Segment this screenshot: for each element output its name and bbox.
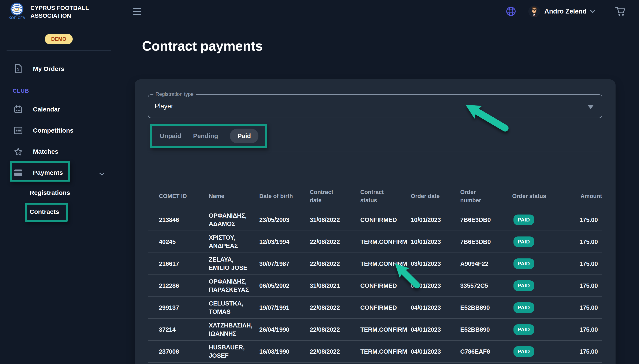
cell-comet-id: 40245 — [159, 238, 209, 245]
sidebar-item-matches[interactable]: Matches — [0, 141, 118, 162]
status-badge: PAID — [513, 302, 534, 313]
status-badge: PAID — [513, 214, 534, 225]
cell-comet-id: 299137 — [159, 304, 209, 311]
sidebar: ΚΟΠ CFA CYPRUS FOOTBALL ASSOCIATION DEMO… — [0, 0, 118, 364]
cell-contract-date: 22/08/2022 — [310, 260, 360, 267]
sidebar-item-contracts[interactable]: Contracts — [0, 202, 118, 221]
status-badge: PAID — [513, 280, 534, 291]
sidebar-item-label: Calendar — [33, 106, 60, 113]
cell-comet-id: 212286 — [159, 282, 209, 289]
cell-order-status: PAID — [512, 302, 563, 313]
app: { "brand": { "org_line1": "CYPRUS FOOTBA… — [0, 0, 639, 364]
cell-order-date: 04/01/2023 — [411, 304, 460, 311]
tab-pending[interactable]: Pending — [193, 132, 218, 140]
sidebar-item-calendar[interactable]: Calendar — [0, 99, 118, 120]
cell-order-number: E52BB890 — [460, 326, 512, 333]
cell-amount: 175.00 — [563, 304, 602, 311]
cell-contract-date: 31/08/2021 — [310, 282, 360, 289]
table-row[interactable]: 237008 HUSBAUER, JOSEF 16/03/1990 22/08/… — [148, 340, 602, 362]
cell-date-of-birth: 23/05/2003 — [259, 216, 310, 224]
cell-contract-status: CONFIRMED — [360, 216, 411, 224]
sidebar-item-label: My Orders — [33, 65, 64, 72]
cell-contract-date: 22/08/2022 — [310, 304, 360, 311]
column-header: Order date — [411, 192, 460, 200]
menu-icon[interactable] — [133, 8, 141, 15]
column-header: Amount — [563, 192, 602, 200]
cell-order-number: E52BB890 — [460, 304, 512, 311]
status-badge: PAID — [513, 236, 534, 247]
sidebar-item-label: Payments — [33, 169, 63, 176]
org-name: CYPRUS FOOTBALL ASSOCIATION — [31, 2, 89, 23]
cell-date-of-birth: 19/07/1991 — [259, 304, 310, 311]
cart-icon[interactable] — [615, 6, 625, 16]
sidebar-item-competitions[interactable]: Competitions — [0, 120, 118, 141]
cell-name: ΧΡΙΣΤΟΥ, ΑΝΔΡΕΑΣ — [209, 234, 258, 250]
cell-order-status: PAID — [512, 258, 563, 269]
page-title: Contract payments — [142, 38, 263, 54]
invoice-icon: $ — [14, 64, 23, 73]
registration-type-label: Registration type — [153, 91, 196, 97]
cell-order-date: 04/01/2023 — [411, 348, 460, 355]
cell-amount: 175.00 — [563, 260, 602, 267]
calendar-icon — [14, 105, 23, 114]
column-header: Name — [209, 192, 259, 200]
competitions-icon — [14, 127, 23, 134]
status-badge: PAID — [513, 346, 534, 357]
select-caret-icon — [587, 105, 594, 109]
cell-contract-status: TERM.CONFIRM — [360, 260, 411, 267]
cell-order-number: A9094F22 — [460, 260, 512, 267]
table-row[interactable]: 40245 ΧΡΙΣΤΟΥ, ΑΝΔΡΕΑΣ 12/03/1994 22/08/… — [148, 230, 602, 252]
column-header: Date of birth — [259, 192, 310, 200]
tab-paid[interactable]: Paid — [230, 128, 258, 143]
cell-comet-id: 237008 — [159, 348, 209, 355]
cell-order-date: 10/01/2023 — [411, 238, 460, 245]
cell-contract-date: 22/08/2022 — [310, 326, 360, 333]
table-row[interactable]: 216617 ZELAYA, EMILIO JOSE 30/07/1987 22… — [148, 252, 602, 274]
table-row[interactable]: KNOBLOCH, — [148, 362, 602, 364]
sidebar-item-registrations[interactable]: Registrations — [0, 183, 118, 202]
table-row[interactable]: 212286 ΟΡΦΑΝΙΔΗΣ, ΠΑΡΑΣΚΕΥΑΣ 06/05/2002 … — [148, 274, 602, 296]
user-name[interactable]: Andro Zelend — [544, 8, 587, 15]
column-header: COMET ID — [159, 192, 209, 200]
sidebar-item-label: Contracts — [30, 208, 59, 215]
topbar: Andro Zelend — [118, 0, 639, 23]
table-row[interactable]: 299137 CELUSTKA, TOMAS 19/07/1991 22/08/… — [148, 296, 602, 318]
language-globe-icon[interactable] — [506, 6, 516, 16]
cell-order-number: 7B6E3DB0 — [460, 216, 512, 224]
status-badge: PAID — [513, 258, 534, 269]
table-row[interactable]: 37214 ΧΑΤΖΗΒΑΣΙΛΗ, ΙΩΑΝΝΗΣ 26/04/1990 22… — [148, 318, 602, 340]
registration-type-value: Player — [155, 102, 173, 110]
chevron-down-icon[interactable] — [99, 170, 105, 177]
demo-badge: DEMO — [45, 34, 73, 44]
cell-comet-id: 37214 — [159, 326, 209, 333]
cell-order-status: PAID — [512, 346, 563, 357]
sidebar-item-label: Registrations — [30, 189, 70, 196]
svg-text:$: $ — [17, 67, 20, 71]
cell-amount: 175.00 — [563, 326, 602, 333]
column-header: Order number — [460, 188, 492, 204]
cell-contract-date: 22/08/2022 — [310, 348, 360, 355]
avatar[interactable] — [528, 6, 540, 17]
sidebar-item-payments[interactable]: Payments — [0, 162, 118, 183]
column-header: Contract date — [310, 188, 342, 204]
cell-date-of-birth: 06/05/2002 — [259, 282, 310, 289]
column-header: Order status — [512, 192, 563, 200]
cell-name: HUSBAUER, JOSEF — [209, 343, 258, 360]
registration-type-select[interactable]: Registration type Player — [148, 94, 602, 118]
cell-order-date: 10/01/2023 — [411, 216, 460, 224]
status-badge: PAID — [513, 324, 534, 335]
table-row[interactable]: 213846 ΟΡΦΑΝΙΔΗΣ, ΑΔΑΜΟΣ 23/05/2003 31/0… — [148, 208, 602, 230]
cell-contract-date: 22/08/2022 — [310, 238, 360, 245]
user-chevron-down-icon[interactable] — [589, 9, 596, 14]
cell-date-of-birth: 26/04/1990 — [259, 326, 310, 333]
cell-order-status: PAID — [512, 280, 563, 291]
cell-order-number: 7B6E3DB0 — [460, 238, 512, 245]
cell-date-of-birth: 30/07/1987 — [259, 260, 310, 267]
table-body: 213846 ΟΡΦΑΝΙΔΗΣ, ΑΔΑΜΟΣ 23/05/2003 31/0… — [148, 208, 602, 364]
sidebar-item-my-orders[interactable]: $ My Orders — [0, 58, 118, 80]
content-card: Registration type Player Unpaid Pending … — [135, 80, 615, 364]
cell-contract-status: CONFIRMED — [360, 282, 411, 289]
tab-unpaid[interactable]: Unpaid — [160, 132, 181, 140]
cell-amount: 175.00 — [563, 238, 602, 245]
brand[interactable]: ΚΟΠ CFA CYPRUS FOOTBALL ASSOCIATION — [0, 0, 118, 23]
